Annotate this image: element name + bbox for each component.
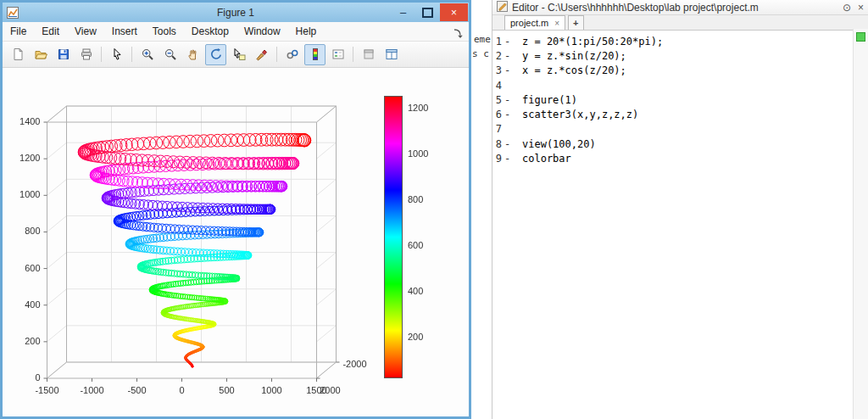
line-exec-dash: - <box>502 109 513 120</box>
menu-file[interactable]: File <box>10 25 26 37</box>
open-file-icon[interactable] <box>30 44 51 65</box>
zoom-out-icon[interactable] <box>159 44 181 65</box>
code-line[interactable]: 1-z = 20*(1:pi/50:20*pi); <box>492 34 854 48</box>
code-line[interactable]: 3-x = z.*cos(z/20); <box>492 64 854 78</box>
data-cursor-icon[interactable] <box>228 44 249 65</box>
figure-toolbar <box>3 42 469 68</box>
save-icon[interactable] <box>53 44 74 65</box>
line-number: 5 <box>492 94 502 106</box>
line-exec-dash: - <box>502 138 513 150</box>
line-exec-dash: - <box>502 94 513 106</box>
tab-close-icon[interactable]: × <box>554 19 559 28</box>
code-line[interactable]: 8-view(100,20) <box>492 137 854 151</box>
occluded-text-fragment: s c <box>472 48 489 59</box>
pointer-icon[interactable] <box>106 44 127 65</box>
line-exec-dash: - <box>502 64 513 76</box>
code-text: y = z.*sin(z/20); <box>522 50 626 62</box>
figure-window-title: Figure 1 <box>217 7 254 19</box>
toolbar-separator <box>131 47 132 62</box>
link-plots-icon[interactable] <box>281 44 303 65</box>
editor-title: Editor - C:\Users\hhhhhh\Desktop\lab pro… <box>512 2 759 14</box>
close-button[interactable]: × <box>440 3 468 21</box>
toolbar-separator <box>353 47 353 62</box>
figure-titlebar[interactable]: Figure 1 – × <box>3 3 469 22</box>
code-text: figure(1) <box>522 94 577 106</box>
code-line[interactable]: 2-y = z.*sin(z/20); <box>492 48 854 63</box>
minimize-button[interactable]: – <box>391 3 415 21</box>
editor-undock-icon[interactable]: ⊙ <box>843 3 851 13</box>
code-line[interactable]: 9-colorbar <box>492 151 854 165</box>
line-exec-dash: - <box>502 153 513 165</box>
code-analyzer-indicator[interactable] <box>856 32 865 42</box>
code-text: view(100,20) <box>522 138 596 150</box>
code-text: colorbar <box>522 153 571 165</box>
editor-panel-controls: ⊙ × <box>843 3 864 13</box>
menu-desktop[interactable]: Desktop <box>192 25 229 37</box>
figure-menubar: FileEditViewInsertToolsDesktopWindowHelp <box>3 22 469 42</box>
code-text: scatter3(x,y,z,z,z) <box>522 109 638 120</box>
maximize-button[interactable] <box>415 3 440 21</box>
background-window-strip: eme s c <box>471 0 492 419</box>
dock-arrow-icon[interactable] <box>453 26 463 42</box>
menu-window[interactable]: Window <box>244 25 281 37</box>
pan-icon[interactable] <box>182 44 203 65</box>
insert-legend-icon[interactable] <box>327 44 348 65</box>
editor-icon <box>497 0 508 15</box>
figure-app-icon <box>7 7 19 19</box>
occluded-text-fragment: eme <box>474 34 491 45</box>
rotate-3d-icon[interactable] <box>205 44 226 65</box>
code-line[interactable]: 7 <box>492 122 854 137</box>
brush-icon[interactable] <box>251 44 272 65</box>
insert-colorbar-icon[interactable] <box>304 44 326 65</box>
code-line[interactable]: 4 <box>492 78 854 92</box>
window-controls: – × <box>391 3 468 21</box>
maximize-icon <box>422 8 433 18</box>
code-text: x = z.*cos(z/20); <box>522 64 626 76</box>
code-editor[interactable]: 1-z = 20*(1:pi/50:20*pi);2-y = z.*sin(z/… <box>492 30 854 419</box>
code-line[interactable]: 5-figure(1) <box>492 92 854 107</box>
line-number: 9 <box>492 153 502 165</box>
menu-edit[interactable]: Edit <box>42 25 59 37</box>
toolbar-separator <box>101 47 102 62</box>
new-tab-button[interactable]: + <box>568 15 583 30</box>
print-icon[interactable] <box>75 44 97 65</box>
editor-close-icon[interactable]: × <box>858 3 864 13</box>
menu-help[interactable]: Help <box>296 25 317 37</box>
tab-label: project.m <box>510 18 548 28</box>
tab-project-m[interactable]: project.m × <box>504 15 565 30</box>
menu-tools[interactable]: Tools <box>153 25 176 37</box>
line-exec-dash: - <box>502 36 513 47</box>
line-exec-dash: - <box>502 50 513 62</box>
colorbar <box>384 96 403 378</box>
line-number: 6 <box>492 109 502 120</box>
editor-tabbar: project.m × + <box>492 15 868 31</box>
code-line[interactable]: 6-scatter3(x,y,z,z,z) <box>492 107 854 121</box>
toolbar-separator <box>276 47 277 62</box>
code-text: z = 20*(1:pi/50:20*pi); <box>522 36 663 47</box>
dock-figure-icon[interactable] <box>358 44 379 65</box>
editor-window: Editor - C:\Users\hhhhhh\Desktop\lab pro… <box>492 0 868 419</box>
window-layout-icon[interactable] <box>381 44 402 65</box>
editor-scrollbar[interactable] <box>853 29 868 419</box>
line-number: 3 <box>492 64 502 76</box>
zoom-in-icon[interactable] <box>136 44 158 65</box>
line-number: 1 <box>492 36 502 47</box>
new-file-icon[interactable] <box>7 44 28 65</box>
line-number: 7 <box>492 123 502 135</box>
figure-plot-area: 0200400600800100012001400-1500-1000-5000… <box>3 68 469 414</box>
desktop: Figure 1 – × FileEditViewInsertToolsDesk… <box>0 0 868 419</box>
editor-titlebar[interactable]: Editor - C:\Users\hhhhhh\Desktop\lab pro… <box>492 0 868 15</box>
line-number: 2 <box>492 50 502 62</box>
menu-insert[interactable]: Insert <box>112 25 137 37</box>
figure-window: Figure 1 – × FileEditViewInsertToolsDesk… <box>0 0 471 419</box>
menu-view[interactable]: View <box>75 25 97 37</box>
line-number: 4 <box>492 80 502 92</box>
line-number: 8 <box>492 138 502 150</box>
